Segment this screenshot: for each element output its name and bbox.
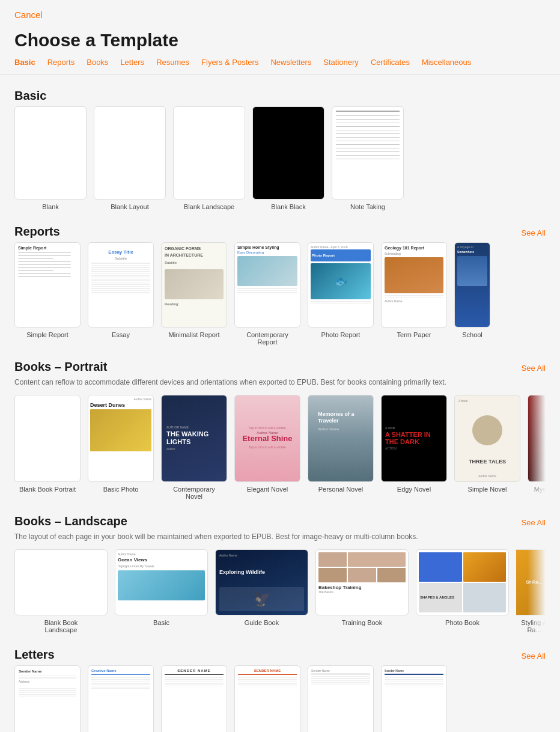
template-term-paper[interactable]: Geology 101 Report Subheading Author Nam… (381, 242, 447, 346)
template-guide-book[interactable]: Author Name Exploring Wildlife 🦅 Guide B… (215, 549, 308, 633)
template-blank-book-landscape[interactable]: Blank Book Landscape (14, 549, 108, 633)
basic-photo-label: Basic Photo (103, 486, 139, 493)
template-photo-report[interactable]: Author Name · April 5, 2020 Photo Report… (308, 242, 374, 346)
contemporary-report-label: Contemporary Report (237, 331, 297, 346)
contemporary-novel-thumb: Author Name THE WAKING LIGHTS Author (161, 395, 227, 482)
note-title-line (336, 111, 400, 112)
cancel-button[interactable]: Cancel (14, 10, 43, 20)
template-edgy-novel[interactable]: A novel A SHATTER IN THE DARK ACTION Edg… (381, 395, 447, 500)
page-title: Choose a Template (0, 25, 560, 58)
note-line (336, 126, 400, 127)
tab-stationery[interactable]: Stationery (323, 58, 359, 67)
photo-book-thumb: SHAPES & ANGLES (416, 549, 509, 615)
template-training-book[interactable]: Bakeshop Training The Basics Training Bo… (315, 549, 409, 633)
books-portrait-see-all[interactable]: See All (522, 364, 546, 373)
mystery-label: Mystery (534, 486, 546, 493)
template-essay[interactable]: Essay Title Subtitle (88, 242, 154, 346)
letter-sender4-thumb: Sender Name (381, 665, 447, 732)
template-contemporary-report[interactable]: Simple Home Styling Easy Decorating Cont… (234, 242, 300, 346)
styling-ra-label: Styling & Ra... (516, 619, 546, 633)
books-landscape-see-all[interactable]: See All (522, 518, 546, 527)
minimalist-report-thumb: ORGANIC FORMS IN ARCHITECTURE Subtitle R… (161, 242, 227, 328)
books-landscape-desc: The layout of each page in your book wil… (14, 532, 546, 542)
template-letter-contemporary[interactable]: Creative Name Contemporary (88, 665, 154, 732)
template-simple-report[interactable]: Simple Report Simple Report (14, 242, 81, 346)
term-paper-thumb: Geology 101 Report Subheading Author Nam… (381, 242, 447, 328)
template-letter-sender1[interactable]: SENDER NAME Sender Name 1 (161, 665, 227, 732)
tab-letters[interactable]: Letters (120, 58, 144, 67)
note-line (336, 133, 400, 134)
basic-title: Basic (14, 89, 46, 103)
letter-sender2-thumb: SENDER NAME (234, 665, 300, 732)
section-letters: Letters See All Sender Name Address Blan… (14, 648, 546, 732)
note-line (336, 123, 400, 123)
template-letter-sender3[interactable]: Sender Name Sender Name 3 (308, 665, 374, 732)
template-basic-landscape[interactable]: Author Name Ocean Views Highlights From … (115, 549, 208, 633)
template-personal-novel[interactable]: Memories of a Traveler Author Name Perso… (308, 395, 374, 500)
template-blank-landscape[interactable]: Blank Landscape (173, 106, 245, 210)
term-paper-label: Term Paper (397, 331, 431, 338)
guide-book-label: Guide Book (245, 619, 279, 626)
reports-templates-row: Simple Report Simple Report Essay Title (14, 242, 546, 346)
books-portrait-templates-row: Blank Book Portrait Author Name Desert D… (14, 395, 546, 500)
tab-reports[interactable]: Reports (47, 58, 75, 67)
template-blank-book-portrait[interactable]: Blank Book Portrait (14, 395, 81, 500)
training-book-thumb: Bakeshop Training The Basics (315, 549, 409, 615)
top-bar: Cancel Choose a Template (0, 0, 560, 58)
photo-report-label: Photo Report (321, 331, 361, 338)
basic-landscape-label: Basic (153, 619, 169, 626)
blank-landscape-thumb (14, 549, 108, 615)
template-note-taking[interactable]: Note Taking (332, 106, 404, 210)
guide-book-thumb: Author Name Exploring Wildlife 🦅 (215, 549, 308, 615)
template-blank-black[interactable]: Blank Black (252, 106, 324, 210)
template-blank-layout[interactable]: Blank Layout (94, 106, 166, 210)
blank-landscape-label: Blank Landscape (184, 203, 234, 210)
note-taking-thumb (332, 106, 404, 200)
template-basic-photo[interactable]: Author Name Desert Dunes Basic Photo (88, 395, 154, 500)
template-contemporary-novel[interactable]: Author Name THE WAKING LIGHTS Author Con… (161, 395, 227, 500)
section-books-portrait: Books – Portrait See All Content can ref… (14, 360, 546, 500)
blank-layout-label: Blank Layout (111, 203, 149, 210)
tab-newsletters[interactable]: Newsletters (270, 58, 311, 67)
template-letter-sender4[interactable]: Sender Name Sender Name 4 (381, 665, 447, 732)
contemporary-report-thumb: Simple Home Styling Easy Decorating (234, 242, 300, 328)
basic-photo-thumb: Author Name Desert Dunes (88, 395, 154, 482)
template-letter-sender2[interactable]: SENDER NAME Sender Name 2 (234, 665, 300, 732)
photo-report-thumb: Author Name · April 5, 2020 Photo Report… (308, 242, 374, 328)
template-simple-novel[interactable]: A book THREE TALES Author Name Simple No… (454, 395, 520, 500)
tab-misc[interactable]: Miscellaneous (422, 58, 471, 67)
note-line (336, 137, 400, 138)
reports-see-all[interactable]: See All (522, 228, 546, 237)
edgy-novel-label: Edgy Novel (397, 486, 431, 493)
template-mystery[interactable]: Mystery (528, 395, 546, 500)
blank-book-portrait-label: Blank Book Portrait (19, 486, 76, 493)
template-letter-blank[interactable]: Sender Name Address Blank (14, 665, 81, 732)
template-minimalist-report[interactable]: ORGANIC FORMS IN ARCHITECTURE Subtitle R… (161, 242, 227, 346)
tab-resumes[interactable]: Resumes (156, 58, 189, 67)
note-line (336, 155, 400, 156)
tab-flyers[interactable]: Flyers & Posters (201, 58, 258, 67)
letters-see-all[interactable]: See All (522, 651, 546, 660)
template-styling-ra[interactable]: St Ra... Styling & Ra... (516, 549, 546, 633)
essay-label: Essay (112, 331, 130, 338)
basic-landscape-thumb: Author Name Ocean Views Highlights From … (115, 549, 208, 615)
template-blank[interactable]: Blank (14, 106, 87, 210)
tab-certificates[interactable]: Certificates (371, 58, 410, 67)
section-basic: Basic Blank Blank Layout Blank Landscape (14, 89, 546, 210)
template-photo-book[interactable]: SHAPES & ANGLES Photo Book (416, 549, 509, 633)
mystery-thumb (528, 395, 546, 482)
elegant-novel-label: Elegant Novel (247, 486, 288, 493)
letter-sender3-thumb: Sender Name (308, 665, 374, 732)
blank-thumb (14, 106, 87, 200)
tab-basic[interactable]: Basic (14, 58, 35, 67)
tab-books[interactable]: Books (87, 58, 108, 67)
blank-layout-thumb (94, 106, 166, 200)
template-school[interactable]: A Voyage to Somewhere School (454, 242, 490, 346)
books-portrait-desc: Content can reflow to accommodate differ… (14, 377, 546, 388)
simple-novel-thumb: A book THREE TALES Author Name (454, 395, 520, 482)
note-line (336, 148, 400, 148)
basic-templates-row: Blank Blank Layout Blank Landscape Blank… (14, 106, 546, 210)
section-books-landscape: Books – Landscape See All The layout of … (14, 514, 546, 633)
template-elegant-novel[interactable]: Tap or click to add a subtitle Author Na… (234, 395, 300, 500)
blank-landscape-thumb (173, 106, 245, 200)
